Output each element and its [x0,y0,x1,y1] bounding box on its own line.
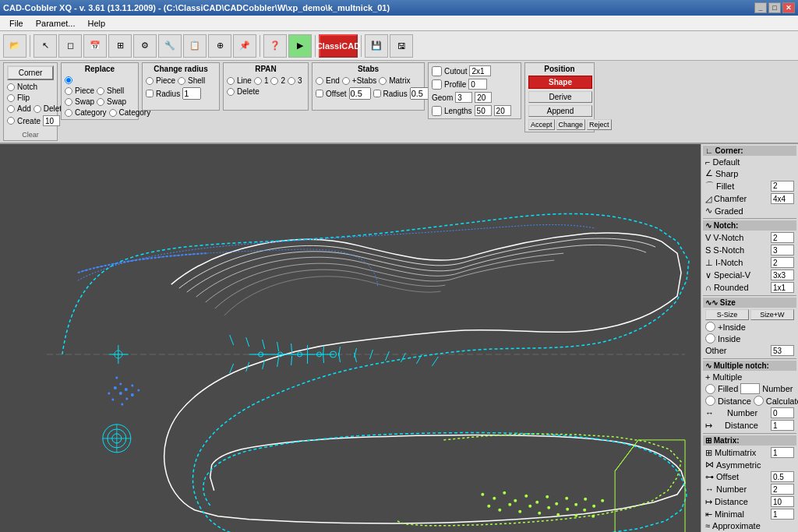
stabs-offset-checkbox[interactable] [316,90,323,97]
tool6[interactable]: 🔧 [158,34,182,58]
right-minimal[interactable]: ⇤ Minimal [703,508,796,520]
size-w-button[interactable]: Size+W [750,309,794,320]
chamfer-value[interactable] [771,193,794,204]
corner-section-title[interactable]: ∟ Corner: [703,146,796,156]
right-fillet[interactable]: ⌒ Fillet [703,179,796,192]
stabs-plus-radio[interactable] [342,77,350,85]
lengths-value1[interactable] [475,105,492,116]
rpan-2-radio[interactable] [270,77,278,85]
notch-section-title[interactable]: ∿ Notch: [703,220,796,231]
other-value[interactable] [771,345,794,356]
swap1-radio[interactable] [65,98,72,106]
right-asymmetric[interactable]: ⋈ Asymmetric [703,459,796,470]
right-sharp[interactable]: ∠ Sharp [703,167,796,179]
append-button[interactable]: Append [528,105,592,117]
geom-value2[interactable] [475,92,492,103]
special-v-value[interactable] [771,270,794,280]
cutout-checkbox[interactable] [432,66,442,76]
stabs-end-radio[interactable] [316,77,323,85]
create-value[interactable] [43,115,60,126]
matrix-section-title[interactable]: ⊞ Matrix: [703,435,796,446]
number2-value[interactable] [771,484,794,495]
stabs-matrix-radio[interactable] [379,77,387,85]
fillet-value[interactable] [771,181,794,192]
cutout-value[interactable] [469,65,491,76]
lengths-value2[interactable] [494,105,511,116]
right-other[interactable]: Other [703,344,796,357]
shape-button[interactable]: Shape [528,76,592,89]
save2-button[interactable]: 🖫 [390,34,413,58]
cursor-tool-button[interactable]: ↖ [34,34,57,58]
tool7[interactable]: 📋 [183,34,207,58]
rpan-line-radio[interactable] [227,77,235,85]
i-notch-value[interactable] [771,257,794,268]
right-default[interactable]: ⌐ Default [703,157,796,167]
tool8[interactable]: ⊕ [208,34,231,58]
accept-button[interactable]: Accept [528,119,555,130]
number-input[interactable] [771,407,794,418]
right-chamfer[interactable]: ◿ Chamfer [703,192,796,205]
minimal-value[interactable] [771,509,794,520]
filled-value[interactable] [740,383,760,394]
save-button[interactable]: 💾 [365,34,388,58]
right-rounded[interactable]: ∩ Rounded [703,281,796,294]
maximize-button[interactable]: □ [768,2,781,13]
lasso-button[interactable]: ◻ [58,34,82,58]
size-section-title[interactable]: ∿∿ Size [703,298,796,308]
notch-radio[interactable] [7,83,15,91]
rounded-value[interactable] [771,282,794,293]
distance2-value[interactable] [771,496,794,507]
radius-piece-radio[interactable] [146,77,154,85]
help-button[interactable]: ❓ [263,34,287,58]
minimize-button[interactable]: _ [754,2,767,13]
rpan-1-radio[interactable] [254,77,262,85]
calendar-button[interactable]: 📅 [83,34,107,58]
add-radio[interactable] [7,105,15,113]
rpan-delete-radio[interactable] [227,88,235,96]
mult-notch-title[interactable]: ∿ Multiple notch: [703,361,796,371]
cat2-radio[interactable] [109,109,117,117]
v-notch-value[interactable] [771,232,794,243]
create-radio[interactable] [7,117,15,125]
right-i-notch[interactable]: ⊥ I-Notch [703,256,796,269]
menu-help[interactable]: Help [81,17,111,30]
right-special-v[interactable]: ∨ Special-V [703,269,796,281]
right-v-notch[interactable]: V V-Notch [703,231,796,244]
corner-button[interactable]: Corner [7,65,54,80]
distance-radio[interactable] [705,396,715,406]
open-folder-button[interactable]: 📂 [3,34,26,58]
close-button[interactable]: ✕ [782,2,795,13]
offset-value[interactable] [771,471,794,482]
s-size-button[interactable]: S-Size [705,309,749,320]
right-offset[interactable]: ⊶ Offset [703,470,796,483]
drawing-area[interactable] [0,144,701,532]
stabs-radius-checkbox[interactable] [373,90,381,97]
cat1-radio[interactable] [65,109,72,117]
right-multiple[interactable]: + Multiple [703,372,796,382]
flip-radio[interactable] [7,94,15,102]
reject-button[interactable]: Reject [587,119,612,130]
right-graded[interactable]: ∿ Graded [703,205,796,217]
shell-radio[interactable] [97,87,104,95]
right-multimatrix[interactable]: ⊞ Multimatrix [703,446,796,459]
s-notch-value[interactable] [771,245,794,255]
stabs-offset-value[interactable] [349,87,371,100]
replace-radio1[interactable] [65,76,72,84]
menu-paramet[interactable]: Paramet... [30,17,82,30]
derive-button[interactable]: Derive [528,91,592,103]
rpan-3-radio[interactable] [288,77,295,85]
swap2-radio[interactable] [97,98,104,106]
radius-value[interactable] [182,87,201,100]
tool9[interactable]: 📌 [233,34,256,58]
lengths-checkbox[interactable] [432,106,442,116]
plus-inside-radio[interactable] [705,322,715,332]
distance-input[interactable] [771,420,794,431]
change-button[interactable]: Change [556,119,586,130]
right-approximate[interactable]: ≈ Approximate [703,520,796,531]
right-number[interactable]: ↔ Number [703,483,796,495]
right-s-notch[interactable]: S S-Notch [703,244,796,256]
radius-checkbox[interactable] [146,90,154,97]
classi-cad-logo-button[interactable]: ClassiCAD [319,34,358,58]
calculated-radio[interactable] [754,396,764,406]
radius-shell-radio[interactable] [178,77,185,85]
